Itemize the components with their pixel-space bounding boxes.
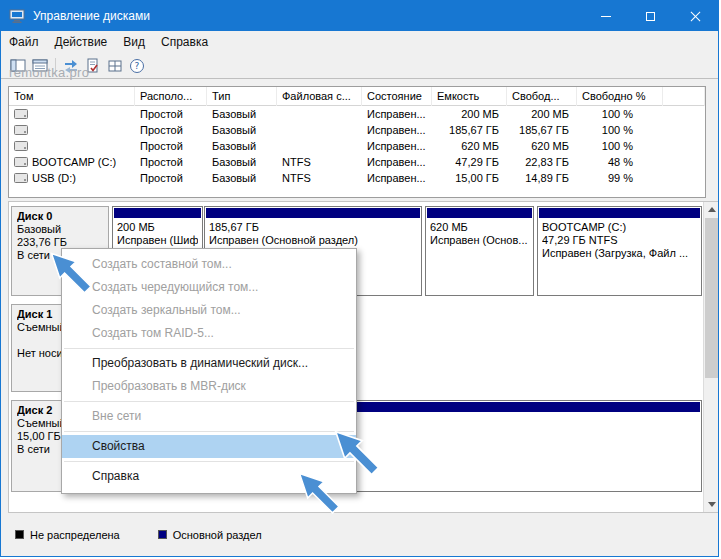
partition-color-band — [206, 208, 420, 218]
cell-status: Исправен... — [362, 122, 432, 138]
cell-layout: Простой — [135, 170, 207, 186]
volume-row[interactable]: Простой Базовый Исправен... 185,67 ГБ 18… — [9, 122, 705, 138]
maximize-button[interactable] — [628, 1, 673, 31]
menu-item-properties[interactable]: Свойства — [62, 435, 356, 458]
partition-name: BOOTCAMP (C:) — [542, 221, 697, 234]
grid-box-icon[interactable] — [104, 56, 126, 76]
column-header-filler — [663, 87, 705, 106]
menu-item-convert-to-dynamic[interactable]: Преобразовать в динамический диск... — [62, 352, 356, 375]
cell-free: 620 МБ — [507, 138, 577, 154]
cell-layout: Простой — [135, 138, 207, 154]
vertical-scrollbar[interactable] — [703, 202, 719, 512]
cell-type: Базовый — [207, 154, 277, 170]
cell-capacity: 47,29 ГБ — [432, 154, 507, 170]
volume-row-usb[interactable]: USB (D:) Простой Базовый NTFS Исправен..… — [9, 170, 705, 186]
menu-item-create-striped-volume: Создать чередующийся том... — [62, 276, 356, 299]
menu-view[interactable]: Вид — [115, 32, 153, 52]
cell-layout: Простой — [135, 106, 207, 122]
partition-status: Исправен (Основ... — [430, 234, 529, 247]
cell-type: Базовый — [207, 122, 277, 138]
partition-status: Исправен (Основной раздел) — [209, 234, 417, 247]
volume-row[interactable]: Простой Базовый Исправен... 620 МБ 620 М… — [9, 138, 705, 154]
unallocated-swatch-icon — [15, 530, 24, 539]
cell-status: Исправен... — [362, 106, 432, 122]
partition-size: 200 МБ — [117, 221, 198, 234]
column-header-filesystem[interactable]: Файловая с... — [277, 87, 362, 106]
minimize-button[interactable] — [583, 1, 628, 31]
volume-icon — [14, 172, 28, 184]
menu-help[interactable]: Справка — [153, 32, 216, 52]
disk-name: Диск 0 — [17, 210, 103, 223]
app-icon — [9, 8, 25, 24]
cell-capacity: 15,00 ГБ — [432, 170, 507, 186]
partition-size: 185,67 ГБ — [209, 221, 417, 234]
menu-item-help[interactable]: Справка — [62, 465, 356, 488]
cell-status: Исправен... — [362, 170, 432, 186]
volume-row-bootcamp[interactable]: BOOTCAMP (C:) Простой Базовый NTFS Испра… — [9, 154, 705, 170]
cell-free: 200 МБ — [507, 106, 577, 122]
legend-label: Не распределена — [30, 529, 120, 541]
volume-name: BOOTCAMP (C:) — [32, 154, 116, 170]
legend-primary-partition: Основной раздел — [158, 529, 262, 541]
partition-status: Исправен (Шифр... — [117, 234, 198, 247]
partition-size: 620 МБ — [430, 221, 529, 234]
cell-filesystem: NTFS — [277, 154, 362, 170]
disk-management-window: Управление дисками Файл Действие Вид Спр… — [0, 0, 719, 557]
volume-row[interactable]: Простой Базовый Исправен... 200 МБ 200 М… — [9, 106, 705, 122]
menu-separator — [64, 348, 354, 349]
legend-unallocated: Не распределена — [15, 529, 120, 541]
close-button[interactable] — [673, 1, 718, 31]
help-icon[interactable]: ? — [126, 56, 148, 76]
arrow-down-icon — [708, 502, 716, 507]
cell-free: 22,83 ГБ — [507, 154, 577, 170]
cell-capacity: 620 МБ — [432, 138, 507, 154]
cell-status: Исправен... — [362, 138, 432, 154]
legend-label: Основной раздел — [173, 529, 262, 541]
menu-item-convert-to-mbr: Преобразовать в MBR-диск — [62, 375, 356, 398]
volume-icon — [14, 156, 28, 168]
cell-layout: Простой — [135, 154, 207, 170]
volume-list-header: Том Располо... Тип Файловая с... Состоян… — [9, 87, 705, 106]
cell-free: 14,89 ГБ — [507, 170, 577, 186]
column-header-volume[interactable]: Том — [9, 87, 135, 106]
partition-status: Исправен (Загрузка, Файл ... — [542, 247, 697, 260]
volume-icon — [14, 140, 28, 152]
scroll-down-button[interactable] — [704, 497, 719, 512]
column-header-capacity[interactable]: Емкость — [432, 87, 507, 106]
column-header-layout[interactable]: Располо... — [135, 87, 207, 106]
minimize-icon — [601, 16, 611, 17]
window-title: Управление дисками — [33, 9, 583, 23]
cell-type: Базовый — [207, 106, 277, 122]
titlebar[interactable]: Управление дисками — [1, 1, 718, 31]
menu-item-create-spanned-volume: Создать составной том... — [62, 253, 356, 276]
column-header-free[interactable]: Свобод... — [507, 87, 577, 106]
menu-action[interactable]: Действие — [47, 32, 116, 52]
menu-item-create-mirrored-volume: Создать зеркальный том... — [62, 299, 356, 322]
volume-icon — [14, 124, 28, 136]
disk-type: Базовый — [17, 223, 103, 236]
scrollbar-thumb[interactable] — [705, 218, 718, 378]
legend-bar: Не распределена Основной раздел — [1, 513, 718, 556]
toolbar: ? — [1, 53, 718, 79]
volume-name: USB (D:) — [32, 170, 76, 186]
cell-free-pct: 48 % — [577, 154, 663, 170]
cell-free-pct: 100 % — [577, 122, 663, 138]
partition-bootcamp-c[interactable]: BOOTCAMP (C:) 47,29 ГБ NTFS Исправен (За… — [537, 206, 702, 296]
column-header-type[interactable]: Тип — [207, 87, 277, 106]
partition-620mb[interactable]: 620 МБ Исправен (Основ... — [425, 206, 534, 296]
scroll-up-button[interactable] — [704, 202, 719, 217]
arrow-up-icon — [708, 207, 716, 212]
watermark: remontka.pro — [9, 65, 89, 80]
partition-extra — [430, 247, 529, 260]
cell-capacity: 185,67 ГБ — [432, 122, 507, 138]
menu-file[interactable]: Файл — [1, 32, 47, 52]
svg-text:?: ? — [135, 61, 140, 71]
menu-separator — [64, 461, 354, 462]
menu-item-create-raid5-volume: Создать том RAID-5... — [62, 322, 356, 345]
column-header-status[interactable]: Состояние — [362, 87, 432, 106]
column-header-free-pct[interactable]: Свободно % — [577, 87, 663, 106]
cell-free: 185,67 ГБ — [507, 122, 577, 138]
primary-partition-swatch-icon — [158, 530, 167, 539]
maximize-icon — [646, 12, 655, 21]
cell-type: Базовый — [207, 138, 277, 154]
